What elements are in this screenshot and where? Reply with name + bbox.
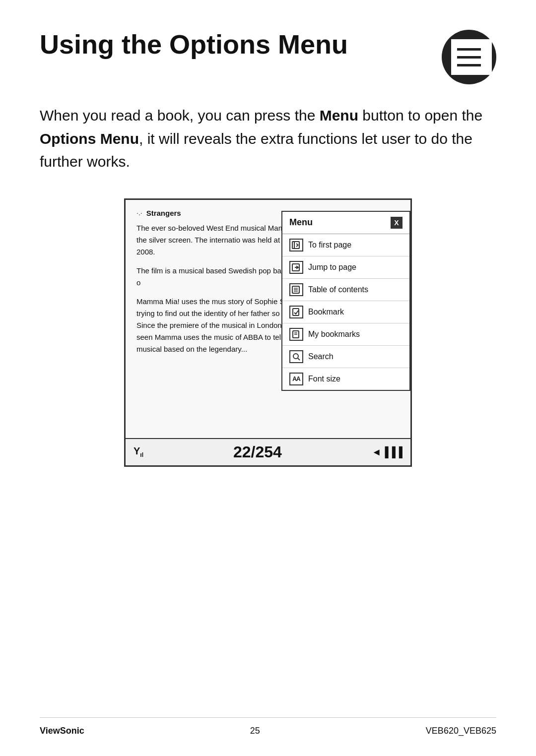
menu-item-jump-to-page[interactable]: Jump to page [282, 256, 409, 279]
menu-header: Menu X [282, 212, 409, 234]
my-bookmarks-label: My bookmarks [308, 330, 360, 339]
device-statusbar: Yıl 22/254 ◄▐▐▐ [126, 438, 410, 465]
font-size-label: Font size [308, 375, 340, 383]
menu-line-2 [457, 56, 481, 59]
menu-line-1 [457, 48, 481, 51]
footer-model: VEB620_VEB625 [426, 726, 496, 736]
menu-line-3 [457, 64, 481, 66]
device-frame: ·.· Strangers The ever so-beloved West E… [124, 198, 412, 467]
options-menu: Menu X To first page [281, 211, 410, 391]
jump-to-page-icon [289, 261, 303, 274]
footer-brand: ViewSonic [40, 726, 84, 736]
table-of-contents-icon [289, 283, 303, 296]
menu-item-font-size[interactable]: AA Font size [282, 368, 409, 390]
my-bookmarks-icon [289, 328, 303, 341]
menu-item-table-of-contents[interactable]: Table of contents [282, 279, 409, 301]
menu-item-to-first-page[interactable]: To first page [282, 234, 409, 256]
battery-icon: ◄▐▐▐ [372, 446, 402, 458]
search-icon [289, 350, 303, 363]
search-label: Search [308, 352, 334, 361]
page-title: Using the Options Menu [40, 30, 432, 59]
footer-page-number: 25 [250, 726, 260, 736]
menu-close-button[interactable]: X [391, 217, 402, 229]
device-screen: ·.· Strangers The ever so-beloved West E… [126, 200, 410, 438]
book-title: Strangers [146, 209, 181, 217]
to-first-page-icon [289, 239, 303, 252]
jump-to-page-label: Jump to page [308, 263, 356, 272]
svg-line-15 [298, 358, 300, 360]
menu-title: Menu [289, 217, 313, 228]
menu-item-bookmark[interactable]: Bookmark [282, 301, 409, 323]
bookmark-label: Bookmark [308, 308, 344, 316]
bookmark-icon [289, 306, 303, 318]
menu-book-icon [451, 39, 487, 75]
intro-paragraph: When you read a book, you can press the … [40, 104, 496, 174]
font-size-icon: AA [289, 373, 303, 385]
menu-item-search[interactable]: Search [282, 346, 409, 368]
page-footer: ViewSonic 25 VEB620_VEB625 [40, 717, 496, 736]
page-indicator: 22/254 [233, 443, 282, 461]
header-section: Using the Options Menu [40, 30, 496, 84]
svg-line-3 [296, 245, 298, 247]
menu-icon-decoration [442, 30, 496, 84]
to-first-page-label: To first page [308, 241, 351, 250]
wifi-icon: ·.· [136, 209, 142, 217]
svg-point-14 [293, 354, 298, 359]
menu-item-my-bookmarks[interactable]: My bookmarks [282, 323, 409, 346]
signal-icon: Yıl [134, 445, 143, 458]
table-of-contents-label: Table of contents [308, 285, 368, 294]
